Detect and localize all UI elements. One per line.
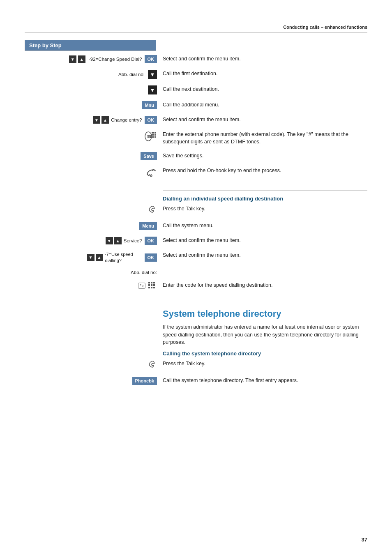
step6-text: Enter the external phone number (with ex… — [160, 131, 367, 145]
ds3-label: Service? — [124, 238, 142, 243]
svg-rect-17 — [151, 284, 152, 286]
down-arrow-5[interactable]: ▼ — [93, 116, 100, 124]
svg-rect-3 — [153, 132, 154, 134]
page-number: 37 — [362, 537, 367, 543]
sds2-text: Call the system telephone directory. The… — [160, 377, 367, 384]
ds2-text: Call the system menu. — [160, 222, 367, 229]
nav-arrows-5: ▼ ▲ — [92, 116, 109, 124]
row-sds2: Phonebk Call the system telephone direct… — [25, 377, 367, 388]
save-btn[interactable]: Save — [141, 152, 157, 160]
row-step7: Save Save the settings. — [25, 152, 367, 164]
phonebk-btn[interactable]: Phonebk — [132, 377, 157, 385]
sys-dir-title-row: System telephone directory If the system… — [25, 301, 367, 360]
svg-text:☎: ☎ — [147, 134, 152, 139]
star-zero-icon: *○ — [138, 283, 146, 289]
step4-text: Call the additional menu. — [160, 101, 367, 108]
step5-text: Select and confirm the menu item. — [160, 116, 367, 123]
page: Conducting calls – enhanced functions St… — [0, 0, 392, 555]
row-step1: ▼ ▲ ·92=Change Speed Dial? OK Select and… — [25, 55, 367, 67]
dialling-section-title: Dialling an individual speed dialling de… — [163, 196, 367, 202]
ds1-text: Press the Talk key. — [160, 205, 367, 212]
step-by-step-header: Step by Step — [25, 40, 156, 51]
phone-keypad-icon: ☎ — [144, 131, 157, 142]
svg-rect-20 — [151, 287, 152, 288]
svg-rect-9 — [153, 136, 154, 138]
ds3-text: Select and confirm the menu item. — [160, 237, 367, 244]
ok-btn-ds3[interactable]: OK — [145, 237, 157, 245]
svg-rect-18 — [153, 284, 155, 286]
svg-point-11 — [150, 175, 152, 177]
step1-text: Select and confirm the menu item. — [160, 55, 367, 62]
header-title: Conducting calls – enhanced functions — [283, 25, 367, 30]
svg-rect-4 — [155, 132, 156, 134]
svg-rect-8 — [152, 136, 153, 138]
keypad-icon-ds6 — [148, 281, 157, 290]
row-step8: Press and hold the On-hook key to end th… — [25, 167, 367, 182]
ok-btn-ds4[interactable]: OK — [145, 253, 157, 262]
menu-btn-1[interactable]: Menu — [139, 222, 157, 230]
nav-arrows-ds4: ▼ ▲ — [87, 254, 104, 261]
svg-rect-10 — [155, 136, 156, 138]
step-by-step-box: Step by Step — [25, 40, 156, 51]
ds4-text: Select and confirm the menu item. — [160, 251, 367, 259]
down-arrow-ds3[interactable]: ▼ — [106, 237, 113, 244]
down-arrow-1[interactable]: ▼ — [69, 55, 76, 63]
row-step2: Abb. dial no: ▼ Call the first destinati… — [25, 70, 367, 82]
row-sds1: Press the Talk key. — [25, 360, 367, 373]
ds5-label: Abb. dial no: — [131, 270, 157, 275]
sys-dir-intro: If the system administrator has entered … — [163, 323, 367, 346]
step1-label: ·92=Change Speed Dial? — [89, 57, 142, 62]
row-ds2: Menu Call the system menu. — [25, 222, 367, 233]
nav-arrows-ds3: ▼ ▲ — [105, 237, 122, 244]
svg-rect-5 — [152, 134, 153, 136]
svg-rect-19 — [148, 287, 150, 288]
row-ds4: ▼ ▲ ·7=Use speed dialling? OK Select and… — [25, 251, 367, 267]
svg-rect-21 — [153, 287, 155, 288]
down-arrow-2[interactable]: ▼ — [148, 70, 157, 79]
row-step4: Mnu Call the additional menu. — [25, 101, 367, 113]
divider-row — [25, 185, 367, 196]
ds6-text: Enter the code for the speed dialling de… — [160, 281, 367, 289]
step3-text: Call the next destination. — [160, 85, 367, 93]
step2-label: Abb. dial no: — [118, 72, 145, 77]
talk-icon-1 — [148, 205, 157, 215]
sys-dir-title: System telephone directory — [163, 309, 367, 319]
talk-icon-sds1 — [148, 360, 157, 370]
calling-subtitle: Calling the system telephone directory — [163, 350, 367, 357]
mnu-btn[interactable]: Mnu — [142, 101, 157, 109]
row-ds6: *○ Enter the code for the speed dialling… — [25, 281, 367, 294]
svg-rect-2 — [152, 132, 153, 134]
sds1-text: Press the Talk key. — [160, 360, 367, 367]
dialling-title-row: Dialling an individual speed dialling de… — [25, 196, 367, 205]
nav-arrows-1: ▼ ▲ — [69, 55, 88, 63]
row-step3: ▼ Call the next destination. — [25, 85, 367, 98]
up-arrow-ds4[interactable]: ▲ — [96, 254, 103, 261]
row-step5: ▼ ▲ Change entry? OK Select and confirm … — [25, 116, 367, 127]
step5-label: Change entry? — [111, 117, 142, 122]
step7-text: Save the settings. — [160, 152, 367, 159]
step8-text: Press and hold the On-hook key to end th… — [160, 167, 367, 174]
svg-rect-14 — [151, 282, 152, 283]
row-ds3: ▼ ▲ Service? OK Select and confirm the m… — [25, 237, 367, 248]
hook-icon — [145, 167, 157, 179]
up-arrow-5[interactable]: ▲ — [101, 116, 109, 124]
row-ds1: Press the Talk key. — [25, 205, 367, 219]
svg-rect-6 — [153, 134, 154, 136]
left-panel: Step by Step — [25, 40, 160, 51]
down-arrow-3[interactable]: ▼ — [148, 85, 157, 94]
ok-btn-1[interactable]: OK — [145, 55, 157, 63]
ds4-label: ·7=Use speed dialling? — [105, 251, 142, 263]
up-arrow-1[interactable]: ▲ — [78, 55, 85, 63]
svg-rect-7 — [155, 134, 156, 136]
row-ds5: Abb. dial no: — [25, 270, 367, 278]
down-arrow-ds4[interactable]: ▼ — [87, 254, 95, 261]
page-header: Conducting calls – enhanced functions — [25, 25, 367, 32]
row-step6: ☎ Enter the external phone number (with … — [25, 131, 367, 149]
up-arrow-ds3[interactable]: ▲ — [114, 237, 122, 244]
step2-text: Call the first destination. — [160, 70, 367, 77]
svg-rect-16 — [148, 284, 150, 286]
svg-rect-15 — [153, 282, 155, 283]
section-divider-1 — [163, 190, 367, 191]
svg-rect-13 — [148, 282, 150, 283]
ok-btn-5[interactable]: OK — [145, 116, 157, 124]
